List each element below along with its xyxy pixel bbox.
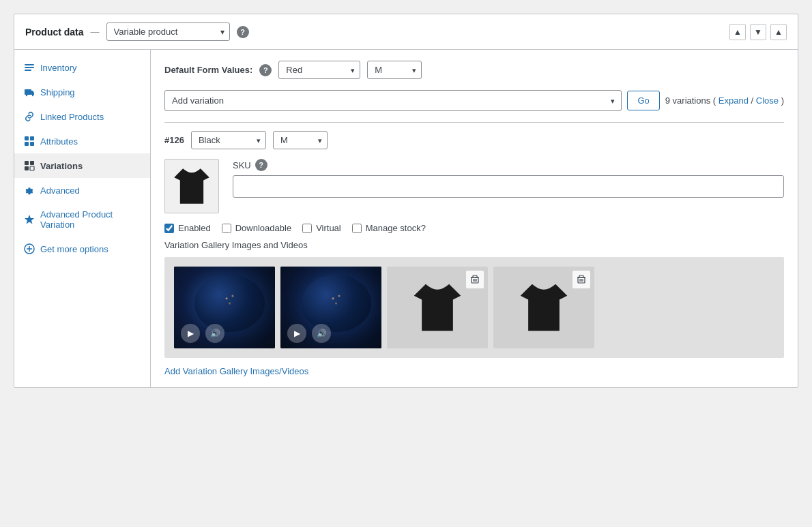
sidebar-item-advanced-label: Advanced — [40, 185, 80, 196]
variations-count-text: 9 variations — [665, 95, 710, 106]
svg-rect-6 — [25, 136, 29, 140]
sku-input[interactable] — [233, 175, 784, 198]
sidebar-item-attributes-label: Attributes — [40, 136, 78, 147]
variation-color-select[interactable]: Black Red Blue White — [191, 131, 266, 149]
sku-help-icon[interactable]: ? — [255, 159, 267, 171]
sidebar-item-variations-label: Variations — [40, 161, 83, 171]
expand-link[interactable]: Expand — [719, 95, 749, 106]
collapse-down-button[interactable]: ▼ — [750, 24, 766, 40]
enabled-checkbox[interactable] — [164, 224, 174, 233]
star-icon — [24, 214, 35, 225]
product-type-help-icon[interactable]: ? — [237, 26, 249, 38]
shipping-icon — [24, 87, 35, 97]
sidebar-item-advanced-product-variation[interactable]: Advanced Product Variation — [14, 202, 150, 237]
color-select[interactable]: Red Black Blue White — [278, 61, 360, 79]
play-button-2[interactable]: ▶ — [287, 324, 306, 343]
downloadable-checkbox[interactable] — [222, 224, 231, 233]
header-controls: ▲ ▼ ▲ — [729, 24, 787, 40]
product-data-header: Product data — Variable product Simple p… — [14, 14, 798, 50]
volume-button-2[interactable]: 🔊 — [312, 324, 331, 343]
variation-item: #126 Black Red Blue White S M — [164, 122, 784, 376]
sidebar: Inventory Shipping Linked Products — [14, 50, 151, 387]
downloadable-label-text: Downloadable — [235, 223, 291, 233]
svg-rect-8 — [25, 142, 29, 146]
video-overlay-2: ▶ 🔊 — [280, 318, 381, 348]
variation-color-select-wrap[interactable]: Black Red Blue White — [191, 131, 266, 149]
variation-header: #126 Black Red Blue White S M — [164, 131, 784, 149]
gallery-item-tshirt-1[interactable] — [387, 267, 488, 348]
sidebar-item-advanced-product-variation-label: Advanced Product Variation — [40, 209, 141, 230]
sidebar-item-attributes[interactable]: Attributes — [14, 129, 150, 153]
add-gallery-link[interactable]: Add Variation Gallery Images/Videos — [164, 366, 784, 376]
virtual-checkbox[interactable] — [302, 224, 312, 233]
svg-rect-3 — [25, 89, 31, 95]
variations-count-paren-close: ) — [781, 95, 784, 106]
sku-label-row: SKU ? — [233, 159, 784, 171]
manage-stock-label-text: Manage stock? — [366, 223, 426, 233]
close-link[interactable]: Close — [756, 95, 779, 106]
add-variation-select-wrap[interactable]: Add variation Create variations from all… — [164, 90, 622, 111]
delete-tshirt-1-button[interactable] — [466, 271, 484, 288]
product-type-select-wrap[interactable]: Variable product Simple product Grouped … — [106, 22, 230, 41]
product-data-title: Product data — [25, 27, 84, 37]
product-type-select[interactable]: Variable product Simple product Grouped … — [106, 22, 230, 41]
gallery-item-video-1[interactable]: ▶ 🔊 — [174, 267, 275, 348]
sidebar-item-shipping-label: Shipping — [40, 87, 75, 97]
attributes-icon — [24, 136, 35, 147]
sku-section: SKU ? — [233, 159, 784, 213]
svg-rect-12 — [25, 166, 29, 170]
svg-rect-7 — [30, 136, 34, 140]
default-form-values-label: Default Form Values: — [164, 65, 252, 75]
gallery-container: ▶ 🔊 ▶ 🔊 — [164, 257, 784, 358]
default-form-help-icon[interactable]: ? — [259, 64, 272, 76]
sidebar-item-get-more-options-label: Get more options — [40, 244, 108, 254]
sidebar-item-inventory-label: Inventory — [40, 63, 76, 73]
sidebar-item-linked-products[interactable]: Linked Products — [14, 104, 150, 129]
sidebar-item-advanced[interactable]: Advanced — [14, 178, 150, 202]
svg-rect-11 — [30, 161, 34, 165]
volume-button-1[interactable]: 🔊 — [205, 324, 224, 343]
variations-count: 9 variations ( Expand / Close ) — [665, 95, 784, 106]
sidebar-item-linked-products-label: Linked Products — [40, 112, 104, 122]
color-select-wrap[interactable]: Red Black Blue White — [278, 61, 360, 79]
svg-point-4 — [26, 95, 27, 96]
variation-image-box[interactable] — [164, 159, 219, 213]
svg-rect-0 — [25, 64, 34, 65]
variation-body: SKU ? — [164, 159, 784, 213]
svg-rect-13 — [30, 166, 34, 170]
svg-rect-1 — [25, 67, 34, 68]
virtual-checkbox-label[interactable]: Virtual — [302, 223, 341, 233]
plus-icon — [24, 243, 35, 254]
go-button[interactable]: Go — [627, 91, 659, 110]
enabled-checkbox-label[interactable]: Enabled — [164, 223, 211, 233]
sidebar-item-variations[interactable]: Variations — [14, 153, 150, 178]
product-data-body: Inventory Shipping Linked Products — [14, 50, 798, 387]
play-button-1[interactable]: ▶ — [181, 324, 200, 343]
sku-label-text: SKU — [233, 160, 251, 170]
add-variation-select[interactable]: Add variation Create variations from all… — [164, 90, 622, 111]
size-select[interactable]: S M L XL — [367, 61, 422, 79]
virtual-label-text: Virtual — [316, 223, 341, 233]
variation-size-select[interactable]: S M L XL — [273, 131, 328, 149]
svg-point-5 — [32, 95, 33, 96]
manage-stock-checkbox[interactable] — [352, 224, 362, 233]
checkboxes-row: Enabled Downloadable Virtual Manage stoc… — [164, 223, 784, 233]
gallery-item-tshirt-2[interactable] — [493, 267, 594, 348]
svg-rect-9 — [30, 142, 34, 146]
sidebar-item-get-more-options[interactable]: Get more options — [14, 237, 150, 261]
size-select-wrap[interactable]: S M L XL — [367, 61, 422, 79]
variation-size-select-wrap[interactable]: S M L XL — [273, 131, 328, 149]
delete-tshirt-2-button[interactable] — [572, 271, 590, 288]
manage-stock-checkbox-label[interactable]: Manage stock? — [352, 223, 426, 233]
default-form-values-row: Default Form Values: ? Red Black Blue Wh… — [164, 61, 784, 79]
expand-button[interactable]: ▲ — [770, 24, 787, 40]
downloadable-checkbox-label[interactable]: Downloadable — [222, 223, 291, 233]
link-icon — [24, 111, 35, 122]
gallery-item-video-2[interactable]: ▶ 🔊 — [280, 267, 381, 348]
inventory-icon — [24, 62, 35, 73]
sidebar-item-shipping[interactable]: Shipping — [14, 80, 150, 104]
sidebar-item-inventory[interactable]: Inventory — [14, 55, 150, 80]
video-overlay-1: ▶ 🔊 — [174, 318, 275, 348]
variation-id: #126 — [164, 135, 184, 145]
collapse-up-button[interactable]: ▲ — [729, 24, 746, 40]
